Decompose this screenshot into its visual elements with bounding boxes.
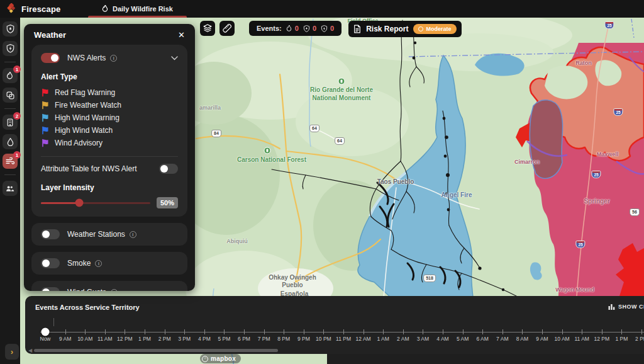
alert-flag-icon <box>41 113 50 122</box>
highway-shield: 64 <box>309 125 319 132</box>
tick-label: 5 AM <box>457 336 469 342</box>
highway-shield: 56 <box>630 208 640 216</box>
info-icon[interactable]: i <box>130 231 136 238</box>
park-icon <box>338 78 345 85</box>
tick-label: 12 AM <box>356 336 371 342</box>
info-icon[interactable]: i <box>111 289 118 292</box>
shield-bolt-icon <box>321 25 328 32</box>
tick-mark <box>482 329 483 334</box>
weather-badge: 1 <box>13 151 21 159</box>
attribute-table-toggle[interactable] <box>159 164 178 174</box>
sidebar-item-facilities[interactable]: 2 <box>3 115 18 130</box>
divider <box>41 156 178 157</box>
shield-bolt-icon <box>6 44 14 53</box>
show-chart-button[interactable]: SHOW CHART <box>608 304 644 310</box>
tick-label: 7 AM <box>496 336 508 342</box>
attribute-table-row: Attribute Table for NWS Alert <box>41 164 178 174</box>
info-icon[interactable]: i <box>95 260 102 267</box>
tick-mark <box>165 329 165 334</box>
expand-panel-button[interactable]: › <box>5 344 19 360</box>
sidebar-divider <box>4 174 16 175</box>
tick-label: 7 PM <box>258 336 270 342</box>
legend-label: High Wind Warning <box>55 113 119 122</box>
risk-report-label: Risk Report <box>366 25 408 33</box>
chevron-down-icon[interactable] <box>171 56 178 60</box>
panel-title: Weather <box>34 30 66 40</box>
tab-daily-wildfire-risk[interactable]: Daily Wildfire Risk <box>88 0 187 18</box>
tick-mark <box>602 329 602 334</box>
event-shield-flame-count: 0 <box>303 25 316 32</box>
events-summary-pill[interactable]: Events: 0 0 0 <box>249 21 341 36</box>
intensity-slider[interactable] <box>41 202 150 204</box>
building-icon <box>6 118 14 127</box>
legend-item: Red Flag Warning <box>41 86 178 99</box>
legend-item: High Wind Watch <box>41 124 178 137</box>
scroll-left-arrow[interactable]: ◀ <box>28 348 32 353</box>
shield-flame-icon <box>6 25 14 33</box>
tick-label: 2 PM <box>635 336 644 342</box>
smoke-label: Smoke <box>67 259 91 268</box>
layers-button[interactable] <box>200 21 215 36</box>
copy-link-icon <box>6 91 14 100</box>
slider-handle[interactable] <box>75 199 83 207</box>
nws-alerts-toggle[interactable] <box>41 53 60 63</box>
tick-label: 10 AM <box>77 336 92 342</box>
tick-label: 2 AM <box>397 336 409 342</box>
legend-label: Wind Advisory <box>55 139 103 147</box>
risk-report-button[interactable]: Risk Report Moderate <box>348 21 461 37</box>
tick-label: 10 PM <box>316 336 331 342</box>
brand: Firescape <box>0 3 88 14</box>
wind-icon <box>6 157 14 165</box>
wind-gusts-toggle[interactable] <box>41 287 60 291</box>
alert-flag-icon <box>41 101 50 110</box>
tick-label: 5 PM <box>218 336 230 342</box>
droplet-icon <box>7 138 14 146</box>
alert-flag-icon <box>41 139 50 147</box>
weather-panel-header: Weather ✕ <box>31 30 187 45</box>
sidebar-item-fire-shield[interactable] <box>3 21 18 37</box>
info-icon[interactable]: i <box>110 55 117 62</box>
sidebar-item-linked-layers[interactable] <box>3 88 18 103</box>
nws-alerts-row: NWS Alerts i <box>41 53 178 63</box>
tick-mark <box>204 329 205 334</box>
weather-stations-toggle[interactable] <box>41 229 60 239</box>
smoke-toggle[interactable] <box>41 258 60 268</box>
timeline-playhead[interactable] <box>42 328 50 336</box>
chevron-right-icon: › <box>11 347 13 356</box>
top-bar: Firescape Daily Wildfire Risk <box>0 0 644 18</box>
tick-mark <box>224 329 225 334</box>
tick-mark <box>443 329 443 334</box>
timeline-axis <box>40 332 644 333</box>
highway-shield: 518 <box>423 275 436 282</box>
risk-level-text: Moderate <box>426 26 451 32</box>
legend-item: High Wind Warning <box>41 111 178 124</box>
sidebar-item-fire-events[interactable]: 1 <box>3 68 18 83</box>
show-chart-label: SHOW CHART <box>618 304 644 310</box>
tick-label: 11 AM <box>97 336 112 342</box>
timeline-scrollbar-thumb[interactable] <box>34 349 278 352</box>
tick-mark <box>364 329 364 334</box>
close-icon[interactable]: ✕ <box>178 31 185 39</box>
tick-mark <box>145 329 145 334</box>
people-icon <box>6 185 14 192</box>
tick-mark <box>621 329 622 334</box>
bar-chart-icon <box>608 304 615 310</box>
flame-icon <box>286 25 292 32</box>
map-toolbar: Events: 0 0 0 <box>200 21 462 37</box>
smoke-card: Smoke i <box>31 252 187 275</box>
tick-label: 1 AM <box>377 336 389 342</box>
tick-mark <box>323 329 324 334</box>
sidebar-item-grid-shield[interactable] <box>3 41 18 56</box>
event-flame-count: 0 <box>286 25 299 32</box>
mapbox-attribution: ⌾ mapbox <box>200 354 241 363</box>
tick-mark <box>522 329 523 334</box>
alert-type-legend: Red Flag WarningFire Weather WatchHigh W… <box>41 86 178 149</box>
sidebar-item-weather-active[interactable]: 1 <box>3 154 18 169</box>
tab-label: Daily Wildfire Risk <box>113 5 173 13</box>
sidebar-item-water[interactable] <box>3 134 18 149</box>
sidebar-item-community[interactable] <box>3 181 18 196</box>
tick-mark <box>284 329 284 334</box>
tick-mark <box>264 329 265 334</box>
tick-mark <box>383 329 384 334</box>
measure-button[interactable] <box>219 21 235 36</box>
